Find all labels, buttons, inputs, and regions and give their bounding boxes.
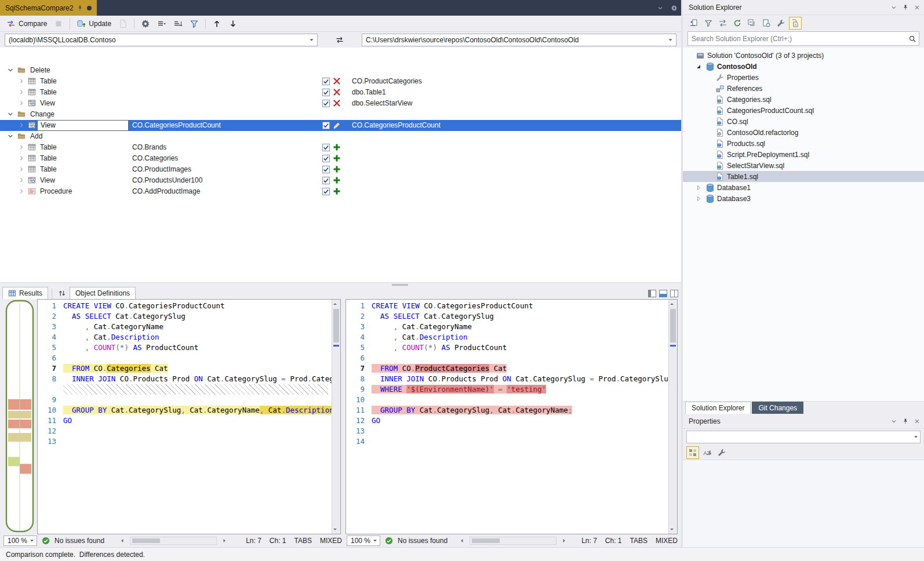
options-button[interactable] [138,17,153,31]
schema-object-row[interactable]: TableCO.Brands [0,142,681,153]
chevron-down-icon[interactable] [890,4,897,11]
tree-item[interactable]: Script.PreDeployment1.sql [683,149,924,160]
expand-row-icon[interactable] [18,155,25,162]
refresh-icon[interactable] [731,17,744,30]
include-checkbox[interactable] [322,177,330,184]
group-results-button[interactable] [154,17,169,31]
collapse-group-icon[interactable] [7,133,14,140]
categorized-icon[interactable] [686,446,699,459]
close-icon[interactable] [914,418,921,425]
switch-views-icon[interactable] [716,17,729,30]
expander-expanded-icon[interactable] [695,63,703,70]
scroll-left-arrow[interactable] [119,538,125,544]
pin-icon[interactable] [902,4,909,11]
document-tab[interactable]: SqlSchemaCompare2 [0,0,97,16]
tree-item[interactable]: CategoriesProductCount.sql [683,105,924,116]
target-connection-dropdown[interactable]: C:\Users\drskwier\source\repos\ContosoOl… [362,34,676,46]
expand-row-icon[interactable] [18,144,25,151]
tree-item[interactable]: CO.sql [683,116,924,127]
panel-tab-solution-explorer[interactable]: Solution Explorer [685,402,751,414]
horizontal-scrollbar[interactable] [470,537,556,545]
expand-row-icon[interactable] [18,89,25,96]
tree-item[interactable]: SelectStarView.sql [683,160,924,171]
tab-list-chevron-icon[interactable] [657,5,664,12]
source-connection-dropdown[interactable]: (localdb)\MSSQLLocalDB.Contoso [5,34,318,46]
pin-icon[interactable] [902,418,909,425]
split-layout-bottom-icon[interactable] [659,290,667,297]
expander-collapsed-icon[interactable] [695,184,703,191]
schema-object-row[interactable]: TableCO.Categories [0,153,681,164]
panel-tab-git-changes[interactable]: Git Changes [752,402,803,414]
scroll-left-arrow[interactable] [459,538,465,544]
horizontal-splitter[interactable] [0,282,681,286]
tree-item[interactable]: References [683,83,924,94]
collapse-group-icon[interactable] [7,67,14,74]
horizontal-scrollbar[interactable] [130,537,217,545]
scrollbar-thumb[interactable] [333,309,339,343]
scroll-up-arrow[interactable] [669,300,675,308]
scrollbar-thumb[interactable] [472,538,500,543]
switch-source-target-button[interactable] [335,35,344,45]
expand-row-icon[interactable] [18,100,25,107]
stop-button[interactable] [51,17,66,31]
tree-item[interactable]: ContosoOld [683,61,924,72]
source-code-editor[interactable]: CREATE VIEW CO.CategoriesProductCount AS… [61,300,332,534]
sync-with-active-document-icon[interactable] [687,17,700,30]
include-checkbox[interactable] [322,89,330,96]
generate-script-button[interactable] [115,17,130,31]
update-button[interactable]: Update [74,17,114,31]
group-row[interactable]: Delete [0,65,681,76]
schema-object-row[interactable]: ViewCO.CategoriesProductCountCO.Categori… [0,120,681,131]
properties-object-dropdown[interactable] [686,431,921,443]
collapse-group-icon[interactable] [7,111,14,118]
include-checkbox[interactable] [322,78,330,85]
expand-row-icon[interactable] [18,78,25,85]
schema-object-row[interactable]: Viewdbo.SelectStarView [0,98,681,109]
tree-item[interactable]: Properties [683,72,924,83]
tree-item[interactable]: Database1 [683,182,924,193]
vertical-scrollbar[interactable] [332,300,340,534]
search-icon[interactable] [908,35,916,43]
search-input[interactable] [692,35,908,43]
tree-item[interactable]: Products.sql [683,138,924,149]
include-checkbox[interactable] [322,166,330,173]
next-difference-button[interactable] [225,17,241,31]
tree-item[interactable]: Categories.sql [683,94,924,105]
scroll-up-arrow[interactable] [332,300,338,308]
expand-row-icon[interactable] [18,122,25,129]
expander-collapsed-icon[interactable] [695,195,703,202]
properties-wrench-icon[interactable] [774,17,787,30]
zoom-dropdown[interactable]: 100 % [347,536,380,546]
collapse-all-icon[interactable] [745,17,758,30]
alphabetical-sort-icon[interactable]: AZ [701,446,714,459]
chevron-down-icon[interactable] [890,418,897,425]
tree-item[interactable]: Database3 [683,193,924,204]
results-tab[interactable]: Results [2,287,48,299]
filter-solution-icon[interactable] [702,17,715,30]
pin-icon[interactable] [77,5,83,12]
window-gear-icon[interactable] [671,5,678,12]
filter-button[interactable] [187,17,202,31]
group-row[interactable]: Change [0,109,681,120]
scroll-down-arrow[interactable] [332,526,338,533]
scroll-right-arrow[interactable] [221,538,227,544]
tree-item[interactable]: Solution 'ContosoOld' (3 of 3 projects) [683,50,924,61]
include-checkbox[interactable] [322,122,330,129]
schema-object-row[interactable]: ViewCO.ProductsUnder100 [0,175,681,186]
expand-row-icon[interactable] [18,177,25,184]
include-checkbox[interactable] [322,100,330,107]
split-layout-vertical-icon[interactable] [670,290,678,297]
target-code-editor[interactable]: CREATE VIEW CO.CategoriesProductCount AS… [369,300,668,534]
previous-difference-button[interactable] [209,17,224,31]
expand-row-icon[interactable] [18,188,25,195]
property-pages-icon[interactable] [715,446,728,459]
group-row[interactable]: Add [0,131,681,142]
schema-object-row[interactable]: TableCO.ProductImages [0,164,681,175]
compare-button[interactable]: Compare [3,17,50,31]
schema-object-row[interactable]: Tabledbo.Table1 [0,87,681,98]
scroll-right-arrow[interactable] [561,538,567,544]
tree-item[interactable]: Table1.sql [683,171,924,182]
show-all-files-icon[interactable] [789,17,802,30]
include-checkbox[interactable] [322,144,330,151]
tree-item[interactable]: ContosoOld.refactorlog [683,127,924,138]
